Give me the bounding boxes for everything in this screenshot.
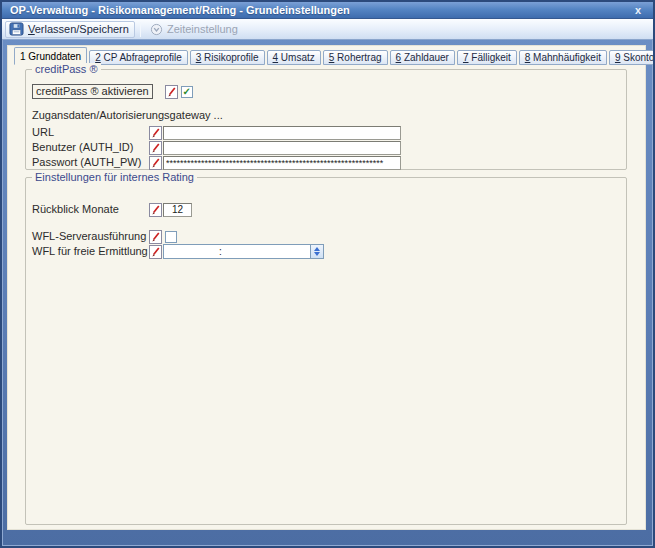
wfl-free-combo <box>163 244 324 259</box>
window-title: OP-Verwaltung - Risikomanagement/Rating … <box>10 4 631 16</box>
passwort-input[interactable] <box>163 156 401 170</box>
tab-mahnhaeufigkeit[interactable]: 8 Mahnhäufigkeit <box>519 50 607 65</box>
wfl-server-checkbox[interactable] <box>165 231 177 243</box>
edit-pencil-icon[interactable] <box>149 203 162 217</box>
internal-rating-group-label: Einstellungen für internes Rating <box>32 171 197 184</box>
wfl-free-input[interactable] <box>163 244 310 259</box>
internal-rating-group: Einstellungen für internes Rating Rückbl… <box>25 177 627 525</box>
edit-pencil-icon[interactable] <box>149 156 162 170</box>
benutzer-label: Benutzer (AUTH_ID) <box>32 141 149 154</box>
creditpass-activate-checkbox[interactable]: ✓ <box>181 86 193 98</box>
creditpass-activate-label: creditPass ® aktivieren <box>32 84 153 99</box>
time-settings-label: Zeiteinstellung <box>167 23 238 35</box>
save-exit-label: Verlassen/Speichern <box>28 23 129 35</box>
tab-skonto[interactable]: 9 Skonto <box>609 50 655 65</box>
app-window: OP-Verwaltung - Risikomanagement/Rating … <box>0 0 655 548</box>
save-exit-button[interactable]: Verlassen/Speichern <box>5 21 135 38</box>
edit-pencil-icon[interactable] <box>149 141 162 155</box>
tab-zahldauer[interactable]: 6 Zahldauer <box>390 50 455 65</box>
wfl-free-label: WFL für freie Ermittlung <box>32 245 149 258</box>
tab-risikoprofile[interactable]: 3 Risikoprofile <box>190 50 265 65</box>
save-icon <box>9 22 24 36</box>
close-icon[interactable]: x <box>631 5 645 16</box>
rueckblick-label: Rückblick Monate <box>32 203 149 216</box>
chevron-circle-icon <box>150 23 163 36</box>
tab-cp-abfrageprofile[interactable]: 2 CP Abfrageprofile <box>89 50 188 65</box>
creditpass-group: creditPass ® creditPass ® aktivieren ✓ Z… <box>25 69 627 170</box>
tab-umsatz[interactable]: 4 Umsatz <box>267 50 321 65</box>
gateway-heading: Zugansdaten/Autorisierungsgateway ... <box>32 109 620 122</box>
tab-page: 1 Grunddaten 2 CP Abfrageprofile 3 Risik… <box>7 45 646 530</box>
benutzer-input[interactable] <box>163 141 401 155</box>
edit-pencil-icon[interactable] <box>149 230 162 244</box>
toolbar: Verlassen/Speichern Zeiteinstellung <box>2 19 653 40</box>
edit-pencil-icon[interactable] <box>165 85 178 99</box>
wfl-server-label: WFL-Serverausführung <box>32 230 149 243</box>
edit-pencil-icon[interactable] <box>149 245 162 259</box>
creditpass-group-label: creditPass ® <box>32 63 101 76</box>
url-label: URL <box>32 126 149 139</box>
tab-rohertrag[interactable]: 5 Rohertrag <box>323 50 388 65</box>
tab-faelligkeit[interactable]: 7 Fälligkeit <box>457 50 517 65</box>
time-settings-button: Zeiteinstellung <box>146 21 244 38</box>
rueckblick-input[interactable] <box>163 203 192 217</box>
url-input[interactable] <box>163 126 401 140</box>
tab-strip: 1 Grunddaten 2 CP Abfrageprofile 3 Risik… <box>8 46 645 65</box>
dropdown-spinner-icon[interactable] <box>310 244 324 259</box>
passwort-label: Passwort (AUTH_PW) <box>32 156 149 169</box>
toolbar-separator <box>140 22 141 37</box>
title-bar: OP-Verwaltung - Risikomanagement/Rating … <box>2 2 653 19</box>
edit-pencil-icon[interactable] <box>149 126 162 140</box>
